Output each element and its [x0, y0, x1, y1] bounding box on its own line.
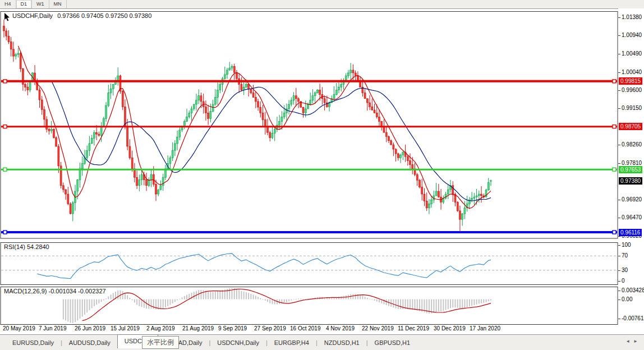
- axis-tick: [618, 145, 620, 145]
- rsi-axis-label: 30: [622, 267, 628, 273]
- price-badge-0.97380: 0.97380: [619, 177, 642, 185]
- price-axis-label: 0.99150: [622, 105, 642, 111]
- price-axis-label: 1.01380: [622, 14, 642, 20]
- hline-handle[interactable]: [613, 231, 616, 234]
- axis-tick: [618, 200, 620, 200]
- hline-handle[interactable]: [3, 231, 7, 234]
- horizontal-line-0.99815[interactable]: [1, 80, 617, 83]
- date-axis-label: 30 Dec 2019: [434, 325, 466, 331]
- chart-tab-usdcnhdaily[interactable]: USDCNH,Daily: [210, 337, 266, 348]
- mt4-window: H4D1W1MN USDCHF,Daily0.97366 0.97405 0.9…: [0, 0, 644, 350]
- hline-handle[interactable]: [3, 80, 7, 83]
- tab-scroll-right-button[interactable]: ►: [633, 339, 641, 344]
- tooltip: 水平比例: [142, 336, 179, 349]
- axis-tick: [618, 245, 620, 246]
- date-axis-label: 20 May 2019: [3, 325, 35, 331]
- axis-tick: [618, 270, 620, 271]
- horizontal-line-0.98705[interactable]: [1, 125, 617, 128]
- rsi-label: RSI(14) 54.2840: [4, 243, 49, 250]
- main-chart-canvas[interactable]: [0, 11, 618, 239]
- macd-histogram: [63, 288, 491, 323]
- axis-tick: [618, 17, 620, 18]
- price-badge-0.97653: 0.97653: [619, 166, 642, 173]
- price-axis-label: 0.98260: [622, 141, 642, 148]
- tab-scroll-buttons: ◄►: [625, 339, 641, 344]
- macd-axis-label: -0.007615: [622, 315, 644, 321]
- rsi-axis-label: 100: [622, 242, 631, 248]
- date-axis-label: 22 Nov 2019: [362, 325, 394, 331]
- date-axis-label: 7 Jun 2019: [39, 325, 67, 331]
- chart-ohlc-values: 0.97366 0.97405 0.97250 0.97380: [57, 12, 151, 19]
- tab-scroll-left-button[interactable]: ◄: [625, 339, 633, 344]
- rsi-canvas[interactable]: [0, 242, 618, 285]
- axis-tick: [618, 319, 620, 319]
- macd-values: -0.001034 -0.002327: [48, 288, 105, 294]
- chart-symbol-period: USDCHF,Daily: [12, 12, 53, 19]
- price-badge-0.96116: 0.96116: [619, 229, 642, 236]
- hline-handle[interactable]: [613, 125, 616, 128]
- price-axis[interactable]: 1.013801.009401.004901.000400.996000.991…: [618, 8, 644, 325]
- price-axis-label: 0.99600: [622, 87, 642, 93]
- chart-tab-audusddaily[interactable]: AUDUSD,Daily: [62, 337, 117, 348]
- axis-tick: [618, 54, 620, 54]
- price-axis-label: 0.96470: [622, 214, 642, 220]
- date-axis-label: 26 Jun 2019: [75, 325, 105, 331]
- price-axis-label: 1.00040: [622, 69, 642, 75]
- timeframe-button-mn[interactable]: MN: [49, 0, 67, 8]
- date-axis-label: 9 Sep 2019: [218, 325, 247, 331]
- axis-tick: [618, 72, 620, 73]
- axis-tick: [618, 236, 620, 237]
- date-axis-label: 16 Oct 2019: [290, 325, 320, 331]
- axis-tick: [618, 256, 620, 256]
- rsi-axis-label: 0: [622, 278, 625, 284]
- axis-tick: [618, 90, 620, 91]
- price-badge-0.99815: 0.99815: [619, 77, 642, 85]
- price-axis-label: 0.96920: [622, 196, 642, 202]
- rsi-axis-label: 70: [622, 252, 628, 259]
- date-axis-label: 21 Aug 2019: [182, 325, 214, 331]
- axis-tick: [618, 35, 620, 36]
- axis-tick: [618, 281, 620, 282]
- date-axis-label: 27 Sep 2019: [254, 325, 286, 331]
- date-axis-label: 15 Jul 2019: [111, 325, 140, 331]
- hline-handle[interactable]: [613, 168, 616, 171]
- hline-handle[interactable]: [3, 168, 7, 171]
- price-axis-label: 0.97810: [622, 160, 642, 166]
- date-axis-label: 4 Nov 2019: [326, 325, 355, 331]
- chart-tab-eurusddaily[interactable]: EURUSD,Daily: [6, 337, 61, 348]
- axis-tick: [618, 300, 620, 300]
- price-axis-label: 1.00940: [622, 32, 642, 38]
- mouse-cursor-icon: [4, 13, 11, 22]
- axis-tick: [618, 291, 620, 291]
- horizontal-line-0.97653[interactable]: [1, 168, 617, 171]
- date-axis-label: 17 Jan 2020: [470, 325, 500, 331]
- rsi-line: [37, 254, 491, 279]
- timeframe-button-w1[interactable]: W1: [32, 0, 49, 8]
- rsi-border: [1, 243, 618, 285]
- chart-tab-eurgbph4[interactable]: EURGBP,H4: [268, 337, 316, 348]
- axis-tick: [618, 163, 620, 164]
- hline-handle[interactable]: [613, 80, 616, 83]
- macd-label: MACD(12,26,9) -0.001034 -0.002327: [4, 288, 106, 294]
- chart-tab-nzdusdh1[interactable]: NZDUSD,H1: [318, 337, 366, 348]
- macd-name: MACD(12,26,9): [4, 288, 47, 294]
- axis-tick: [618, 218, 620, 218]
- timeframe-toolbar: H4D1W1MN: [0, 0, 644, 9]
- date-axis-label: 11 Dec 2019: [398, 325, 429, 331]
- chart-title: USDCHF,Daily0.97366 0.97405 0.97250 0.97…: [12, 12, 151, 19]
- rsi-name: RSI(14): [4, 243, 25, 250]
- horizontal-line-0.96116[interactable]: [1, 231, 617, 234]
- axis-tick: [618, 108, 620, 109]
- date-axis-label: 2 Aug 2019: [146, 325, 175, 331]
- main-plot-border: [1, 12, 618, 239]
- price-axis-label: 1.00490: [622, 50, 642, 57]
- macd-axis-label: 0.00: [622, 296, 632, 302]
- timeframe-button-d1[interactable]: D1: [16, 0, 33, 8]
- rsi-value: 54.2840: [27, 243, 49, 250]
- chart-tab-bar: EURUSD,Daily|AUDUSD,DailyUSDCHF,SDCAD,Da…: [0, 334, 644, 350]
- date-axis[interactable]: 20 May 20197 Jun 201926 Jun 201915 Jul 2…: [0, 325, 617, 334]
- timeframe-button-h4[interactable]: H4: [0, 0, 16, 8]
- price-badge-0.98705: 0.98705: [619, 123, 642, 130]
- hline-handle[interactable]: [3, 125, 7, 128]
- chart-tab-gbpusdh1[interactable]: GBPUSD,H1: [368, 337, 417, 348]
